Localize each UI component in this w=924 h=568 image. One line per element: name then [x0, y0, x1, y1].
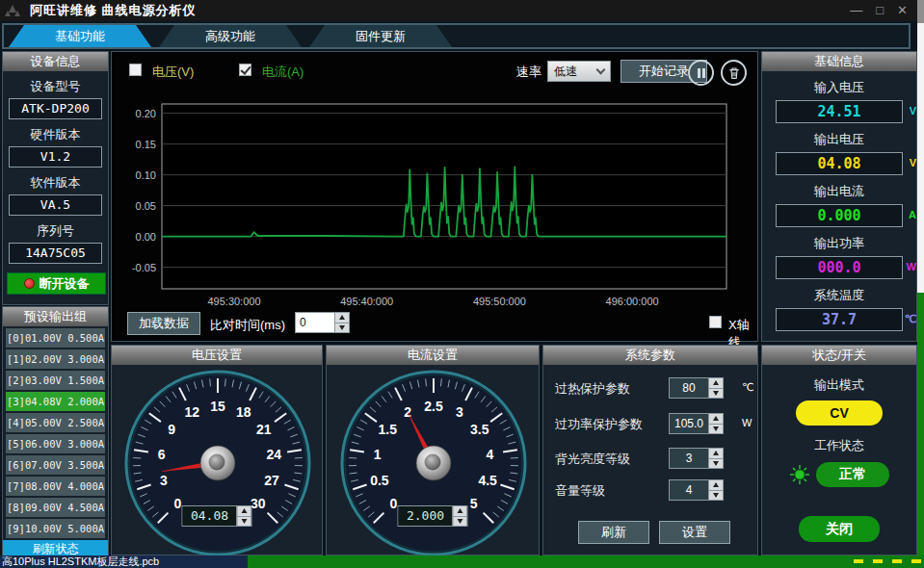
- preset-item[interactable]: [8]09.00V 4.500A: [6, 498, 105, 517]
- output-mode-label: 输出模式: [762, 376, 916, 394]
- preset-item[interactable]: [0]01.00V 0.500A: [6, 328, 105, 348]
- close-button[interactable]: ✕: [897, 0, 908, 21]
- step-down-button[interactable]: [708, 388, 723, 399]
- refresh-button[interactable]: 刷新: [578, 521, 649, 544]
- current-setting-stepper[interactable]: [453, 506, 467, 526]
- set-button[interactable]: 设置: [659, 521, 730, 544]
- preset-groups-panel: 预设输出组 [0]01.00V 0.500A[1]02.00V 3.000A[2…: [2, 306, 109, 555]
- step-up-button[interactable]: [708, 378, 723, 388]
- disconnect-device-label: 断开设备: [40, 275, 90, 293]
- pause-button[interactable]: [688, 60, 714, 86]
- preset-item[interactable]: [6]07.00V 3.500A: [6, 455, 105, 475]
- compare-time-input[interactable]: 0: [296, 313, 334, 332]
- clear-button[interactable]: [721, 60, 747, 86]
- step-up-button[interactable]: [237, 506, 251, 516]
- minimize-button[interactable]: —: [850, 0, 862, 21]
- step-down-button[interactable]: [708, 490, 723, 501]
- current-setting-box: 2.000: [398, 505, 468, 527]
- current-gauge-header: 电流设置: [327, 346, 539, 365]
- system-param-input[interactable]: 105.0: [670, 414, 708, 433]
- readout-unit: ℃: [905, 313, 916, 325]
- readouts: 输入电压24.51V输出电压04.08V输出电流0.000A输出功率000.0W…: [762, 79, 916, 331]
- system-param-input[interactable]: 80: [670, 378, 708, 398]
- arrow-down-icon: [713, 391, 719, 396]
- svg-text:6: 6: [158, 447, 166, 462]
- preset-item[interactable]: [1]02.00V 3.000A: [6, 349, 105, 369]
- current-checkbox[interactable]: [239, 64, 251, 76]
- load-data-button[interactable]: 加载数据: [127, 312, 200, 335]
- readout-value: 04.08: [776, 152, 903, 175]
- tab-basic-functions[interactable]: 基础功能: [9, 25, 151, 47]
- rate-dropdown[interactable]: 低速: [547, 61, 611, 82]
- preset-item[interactable]: [2]03.00V 1.500A: [6, 371, 105, 390]
- system-param-label: 背光亮度等级: [555, 451, 630, 468]
- system-param-stepper[interactable]: [708, 480, 723, 500]
- arrow-down-icon: [458, 519, 463, 524]
- readout-unit: A: [909, 209, 916, 220]
- svg-text:-0.05: -0.05: [132, 262, 156, 273]
- background-pcb-file-tab[interactable]: 高10Plus HL2STKM板层走线.pcb: [0, 555, 248, 568]
- arrow-up-icon: [339, 315, 345, 320]
- system-param-input[interactable]: 3: [670, 449, 708, 468]
- tab-advanced-functions[interactable]: 高级功能: [159, 25, 302, 47]
- step-down-button[interactable]: [453, 516, 467, 527]
- tab-firmware-update[interactable]: 固件更新: [309, 25, 452, 47]
- system-param-stepper[interactable]: [708, 449, 723, 468]
- output-close-button[interactable]: 关闭: [799, 516, 880, 542]
- titlebar: 阿旺讲维修 曲线电源分析仪 — □ ✕: [0, 0, 917, 21]
- step-up-button[interactable]: [708, 480, 723, 490]
- arrow-down-icon: [713, 461, 719, 466]
- readout-row: 0.000A: [776, 204, 903, 227]
- voltage-setting-stepper[interactable]: [237, 506, 251, 526]
- step-down-button[interactable]: [334, 323, 349, 333]
- arrow-down-icon: [713, 426, 719, 431]
- svg-text:3.5: 3.5: [470, 422, 489, 437]
- voltage-checkbox[interactable]: [129, 64, 142, 76]
- arrow-up-icon: [713, 482, 719, 487]
- pcb-pad-icon: [873, 559, 883, 563]
- readout-row: 04.08V: [776, 152, 903, 175]
- step-down-button[interactable]: [237, 516, 251, 527]
- preset-item[interactable]: [9]10.00V 5.000A: [6, 519, 105, 538]
- background-pcb-strip: [917, 293, 924, 555]
- step-down-button[interactable]: [708, 424, 723, 434]
- system-param-input[interactable]: 4: [670, 480, 708, 500]
- disconnect-device-button[interactable]: 断开设备: [7, 272, 106, 295]
- step-up-button[interactable]: [708, 449, 723, 458]
- readout-row: 24.51V: [776, 100, 903, 123]
- preset-item[interactable]: [7]08.00V 4.000A: [6, 477, 105, 496]
- system-param-spinner: 105.0: [669, 413, 724, 434]
- system-param-row: 过热保护参数80℃: [543, 377, 757, 400]
- background-bottom-strip: 高10Plus HL2STKM板层走线.pcb: [0, 555, 924, 568]
- current-chart: 0.200.150.100.050.00-0.05495:30:000495:4…: [112, 90, 759, 318]
- pcb-pad-icon: [854, 559, 863, 563]
- compare-time-spinner: 0: [295, 312, 350, 333]
- svg-text:0.15: 0.15: [136, 139, 156, 150]
- preset-groups-header: 预设输出组: [3, 307, 108, 326]
- output-mode-button[interactable]: CV: [796, 400, 883, 426]
- system-param-label: 音量等级: [555, 482, 605, 500]
- arrow-up-icon: [713, 416, 719, 421]
- voltage-setting-input[interactable]: 04.08: [183, 506, 237, 526]
- readout-unit: W: [907, 261, 916, 272]
- preset-item[interactable]: [3]04.08V 2.000A: [6, 392, 105, 411]
- readout-row: 37.7℃: [776, 308, 903, 331]
- voltage-gauge-dial: 036912151821242730: [121, 367, 314, 559]
- svg-text:21: 21: [256, 422, 272, 437]
- connection-indicator-icon: [24, 278, 35, 289]
- svg-text:495:50:000: 495:50:000: [473, 296, 526, 307]
- compare-time-stepper[interactable]: [334, 313, 349, 332]
- current-setting-input[interactable]: 2.000: [399, 506, 453, 526]
- svg-text:496:00:000: 496:00:000: [606, 296, 659, 307]
- background-window-corner: [917, 0, 924, 23]
- x-axis-line-checkbox[interactable]: [709, 316, 722, 328]
- step-up-button[interactable]: [708, 414, 723, 424]
- system-param-stepper[interactable]: [708, 414, 723, 433]
- preset-item[interactable]: [5]06.00V 3.000A: [6, 434, 105, 453]
- step-down-button[interactable]: [708, 458, 723, 469]
- step-up-button[interactable]: [334, 313, 349, 323]
- preset-item[interactable]: [4]05.00V 2.500A: [6, 413, 105, 432]
- step-up-button[interactable]: [453, 506, 467, 516]
- system-param-stepper[interactable]: [708, 378, 723, 398]
- maximize-button[interactable]: □: [876, 0, 884, 21]
